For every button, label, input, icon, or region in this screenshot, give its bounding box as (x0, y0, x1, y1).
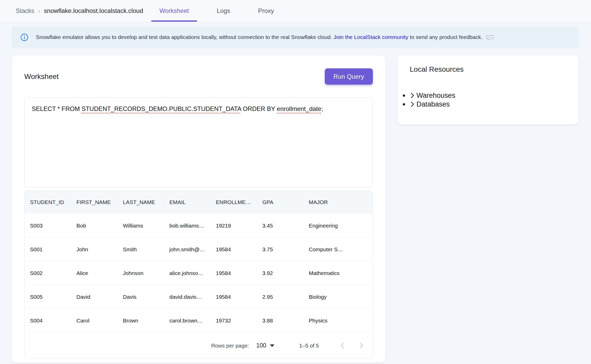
tab-worksheet[interactable]: Worksheet (151, 0, 197, 22)
cell-email: carol.brown… (164, 318, 210, 324)
run-query-button[interactable]: Run Query (325, 68, 373, 85)
tab-logs[interactable]: Logs (209, 0, 238, 22)
column-header-email[interactable]: EMAIL (164, 197, 210, 208)
table-row[interactable]: S001 John Smith john.smith@… 19584 3.75 … (25, 238, 373, 261)
tree-item-databases[interactable]: Databases (403, 100, 578, 109)
cell-first-name: Carol (71, 318, 117, 324)
sql-editor[interactable]: SELECT * FROM STUDENT_RECORDS_DEMO.PUBLI… (24, 97, 373, 188)
local-resources-panel: Local Resources Warehouses Databases (398, 55, 578, 125)
breadcrumb-current-stack: snowflake.localhost.localstack.cloud (44, 7, 143, 14)
results-table-header-row: STUDENT_ID FIRST_NAME LAST_NAME EMAIL EN… (25, 191, 373, 214)
breadcrumb-stacks-link[interactable]: Stacks (16, 7, 34, 14)
cell-enrollment-date: 19584 (210, 294, 257, 300)
cell-student-id: S004 (25, 318, 71, 324)
table-row[interactable]: S002 Alice Johnson alice.johnso… 19584 3… (25, 261, 373, 285)
table-row[interactable]: S003 Bob Williams bob.williams… 19219 3.… (25, 214, 373, 238)
worksheet-title: Worksheet (24, 72, 59, 81)
cell-last-name: Smith (117, 246, 164, 253)
resources-tree: Warehouses Databases (398, 91, 578, 109)
chevron-down-icon (270, 344, 274, 347)
table-pagination: Rows per page: 100 1–5 of 5 (25, 333, 373, 359)
cell-last-name: Williams (117, 223, 164, 229)
cell-first-name: Alice (71, 270, 117, 276)
cell-last-name: Brown (117, 318, 164, 324)
sql-table-ref: STUDENT_RECORDS_DEMO.PUBLIC.STUDENT_DATA (82, 105, 241, 112)
cell-first-name: David (71, 294, 117, 300)
cell-enrollment-date: 19584 (210, 270, 257, 276)
info-icon (20, 33, 28, 41)
column-header-enrollment-date[interactable]: ENROLLME… (210, 197, 257, 208)
tree-item-warehouses[interactable]: Warehouses (403, 91, 578, 100)
cell-major: Biology (303, 294, 350, 300)
table-row[interactable]: S004 Carol Brown carol.brown… 19732 3.88… (25, 309, 373, 333)
top-navigation-bar: Stacks › snowflake.localhost.localstack.… (0, 0, 591, 22)
sql-text-part1: SELECT * FROM (32, 105, 82, 112)
breadcrumb-separator-icon: › (38, 8, 40, 14)
column-header-gpa[interactable]: GPA (257, 197, 303, 208)
next-page-button[interactable] (356, 340, 367, 351)
column-header-filler (350, 197, 373, 208)
chevron-left-icon (339, 342, 346, 350)
tree-item-label: Warehouses (416, 92, 455, 100)
rows-per-page-label: Rows per page: (211, 343, 249, 349)
cell-major: Physics (303, 318, 350, 324)
sql-text-part2: ORDER BY (241, 105, 277, 112)
list-bullet (403, 103, 405, 106)
cell-first-name: John (71, 246, 117, 253)
sql-text-part3: ; (321, 105, 323, 112)
rows-per-page-value: 100 (256, 342, 266, 349)
cell-student-id: S003 (25, 223, 71, 229)
banner-message: Snowflake emulator allows you to develop… (36, 34, 493, 41)
worksheet-header: Worksheet Run Query (24, 55, 373, 85)
rows-per-page-select[interactable]: 100 (256, 342, 274, 349)
chevron-right-icon (409, 92, 416, 99)
pagination-range: 1–5 of 5 (299, 343, 319, 349)
breadcrumb: Stacks › snowflake.localhost.localstack.… (16, 7, 143, 14)
column-header-major[interactable]: MAJOR (303, 197, 350, 208)
cell-enrollment-date: 19219 (210, 223, 257, 229)
chevron-right-icon (409, 101, 416, 108)
column-header-student-id[interactable]: STUDENT_ID (25, 197, 71, 208)
local-resources-title: Local Resources (410, 65, 578, 74)
cell-email: john.smith@… (164, 246, 210, 253)
cell-enrollment-date: 19584 (210, 246, 257, 253)
cell-email: david.davis… (164, 294, 210, 300)
cell-major: Mathematics (303, 270, 350, 276)
sql-order-column: enrollment_date (277, 105, 321, 112)
cell-email: bob.williams… (164, 223, 210, 229)
column-header-last-name[interactable]: LAST_NAME (117, 197, 164, 208)
cell-gpa: 3.88 (257, 318, 303, 324)
table-row[interactable]: S005 David Davis david.davis… 19584 2.95… (25, 285, 373, 309)
tree-item-label: Databases (416, 100, 450, 108)
chevron-right-icon (357, 342, 365, 350)
banner-text-before: Snowflake emulator allows you to develop… (36, 34, 334, 40)
cell-email: alice.johnso… (164, 270, 210, 276)
list-bullet (403, 94, 405, 97)
cell-enrollment-date: 19732 (210, 318, 257, 324)
feedback-bubble-icon (486, 34, 493, 41)
cell-gpa: 3.45 (257, 223, 303, 229)
cell-student-id: S002 (25, 270, 71, 276)
column-header-first-name[interactable]: FIRST_NAME (71, 197, 117, 208)
cell-major: Engineering (303, 223, 350, 229)
community-link[interactable]: Join the LocalStack community (334, 34, 408, 40)
cell-student-id: S001 (25, 246, 71, 253)
previous-page-button[interactable] (337, 340, 348, 351)
cell-student-id: S005 (25, 294, 71, 300)
cell-last-name: Davis (117, 294, 164, 300)
cell-gpa: 2.95 (257, 294, 303, 300)
tab-proxy[interactable]: Proxy (250, 0, 282, 22)
cell-gpa: 3.92 (257, 270, 303, 276)
info-banner: Snowflake emulator allows you to develop… (12, 26, 579, 48)
cell-major: Computer S… (303, 246, 350, 253)
cell-gpa: 3.75 (257, 246, 303, 253)
tab-bar: Worksheet Logs Proxy (151, 0, 282, 22)
cell-last-name: Johnson (117, 270, 164, 276)
banner-text-after: to send any product feedback. (408, 34, 484, 40)
worksheet-panel: Worksheet Run Query SELECT * FROM STUDEN… (12, 55, 385, 363)
cell-first-name: Bob (71, 223, 117, 229)
results-table: STUDENT_ID FIRST_NAME LAST_NAME EMAIL EN… (24, 190, 373, 359)
